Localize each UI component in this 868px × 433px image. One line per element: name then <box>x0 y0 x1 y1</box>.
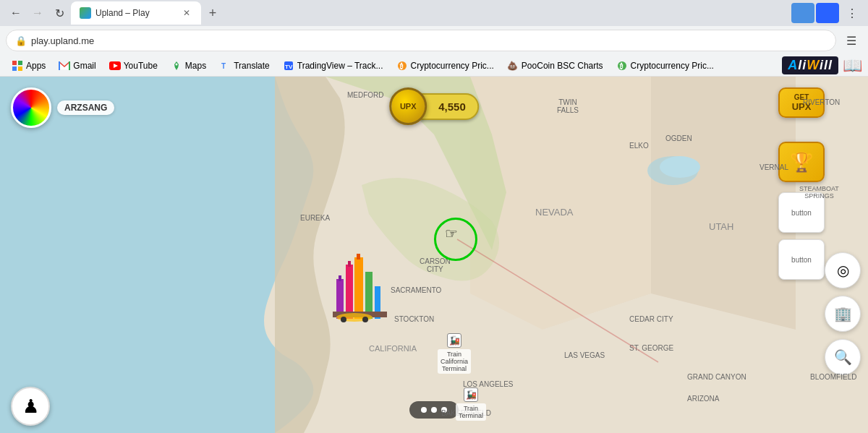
button-panel-1[interactable]: button <box>778 192 825 233</box>
youtube-icon <box>109 60 121 72</box>
upx-value: 4,550 <box>420 93 479 120</box>
svg-text:T: T <box>221 62 226 70</box>
search-map-icon: 🔍 <box>834 348 852 366</box>
right-panel: ◎ 🏢 🔍 <box>825 252 861 375</box>
search-button[interactable]: 🔍 <box>825 339 861 375</box>
bookmark-translate-label: Translate <box>234 61 270 71</box>
target-circle[interactable] <box>434 218 477 261</box>
bookmark-poocoil-label: PooCoin BSC Charts <box>522 61 603 71</box>
aliwill-area: AliWill 📖 <box>782 56 862 75</box>
poocoil-icon: 💩 <box>507 60 519 72</box>
dot-1 <box>421 407 427 413</box>
building-button[interactable]: 🏢 <box>825 296 861 332</box>
crypto2-icon: ₿ <box>616 60 628 72</box>
tab-label: Upland – Play <box>95 8 150 18</box>
translate-icon: T <box>219 60 231 72</box>
bookmark-crypto2[interactable]: ₿ Cryptocurrency Pric... <box>610 57 720 74</box>
gmail-icon <box>59 60 70 72</box>
svg-rect-25 <box>339 275 341 281</box>
tab-bar: ← → ↻ Upland – Play ✕ + ⋮ <box>0 0 868 26</box>
bottom-dots-bar[interactable] <box>409 401 459 419</box>
bookmark-tradingview[interactable]: TV TradingView – Track... <box>277 57 389 74</box>
username-badge: ARZSANG <box>57 100 114 115</box>
extension-icon-1[interactable] <box>791 3 814 23</box>
svg-rect-21 <box>346 265 353 319</box>
button-panel-2[interactable]: button <box>778 239 825 280</box>
bookmarks-bar: Apps Gmail YouTube <box>0 55 868 77</box>
bookmark-crypto1[interactable]: ₿ Cryptocurrency Pric... <box>391 57 500 74</box>
profile-button[interactable]: ☰ <box>841 30 862 51</box>
upx-badge: UPX 4,550 <box>389 87 479 125</box>
bookmark-gmail[interactable]: Gmail <box>53 57 101 74</box>
svg-point-18 <box>660 156 700 178</box>
upx-coin: UPX <box>389 87 427 125</box>
chrome-menu-button[interactable]: ⋮ <box>842 3 862 23</box>
svg-rect-22 <box>354 257 363 319</box>
trophy-icon: 🏆 <box>790 151 813 173</box>
get-upx-label-line2: UPX <box>783 101 820 112</box>
get-upx-button[interactable]: GET UPX <box>778 87 825 118</box>
svg-point-31 <box>362 317 368 322</box>
train-icon-2: 🚂 <box>464 387 478 402</box>
tab-favicon <box>80 7 91 19</box>
bookmark-crypto1-label: Cryptocurrency Pric... <box>411 61 494 71</box>
svg-rect-27 <box>357 254 360 260</box>
train-label-1: TrainCaliforniaTerminal <box>438 349 471 374</box>
bookmark-translate[interactable]: T Translate <box>213 57 276 74</box>
browser-header: ← → ↻ Upland – Play ✕ + ⋮ 🔒 play.upland.… <box>0 0 868 77</box>
svg-text:TV: TV <box>285 64 293 70</box>
building-icon: 🏢 <box>834 305 852 322</box>
bookmark-apps-label: Apps <box>26 61 46 71</box>
maps-icon <box>171 60 182 72</box>
svg-rect-2 <box>12 67 17 71</box>
train-terminal-1[interactable]: 🚂 TrainCaliforniaTerminal <box>438 333 471 374</box>
map-container: MEDFORD EUREKA TWINFALLS ELKO VERNAL NEV… <box>0 77 868 433</box>
bookmark-maps-label: Maps <box>185 61 206 71</box>
url-text: play.upland.me <box>31 35 94 46</box>
button-label-2: button <box>791 256 812 264</box>
bookmark-youtube-label: YouTube <box>124 61 158 71</box>
forward-button[interactable]: → <box>27 3 48 23</box>
svg-rect-0 <box>12 61 17 65</box>
train-terminal-2[interactable]: 🚂 TrainTerminal <box>456 387 486 421</box>
map-svg <box>0 77 868 433</box>
bookmark-youtube[interactable]: YouTube <box>103 57 163 74</box>
tab-close-button[interactable]: ✕ <box>181 7 192 19</box>
chess-icon: ♟ <box>22 395 39 418</box>
chess-button[interactable]: ♟ <box>11 387 50 426</box>
reload-button[interactable]: ↻ <box>49 3 69 23</box>
bookmark-crypto2-label: Cryptocurrency Pric... <box>631 61 714 71</box>
bookmark-tradingview-label: TradingView – Track... <box>297 61 383 71</box>
active-tab[interactable]: Upland – Play ✕ <box>71 1 201 25</box>
svg-rect-5 <box>69 61 70 70</box>
back-button[interactable]: ← <box>6 3 26 23</box>
dot-2 <box>431 407 437 413</box>
svg-rect-4 <box>59 61 60 70</box>
svg-rect-3 <box>18 67 22 71</box>
dot-3 <box>441 407 447 413</box>
bookmark-maps[interactable]: Maps <box>165 57 212 74</box>
user-avatar-area: ARZSANG <box>11 87 114 128</box>
bookmark-gmail-label: Gmail <box>73 61 95 71</box>
new-tab-button[interactable]: + <box>203 3 223 23</box>
svg-rect-1 <box>18 61 22 65</box>
book-icon: 📖 <box>843 56 862 75</box>
aliwill-logo: AliWill <box>782 56 838 74</box>
city-buildings[interactable] <box>333 250 391 329</box>
extension-icon-2[interactable] <box>816 3 839 23</box>
location-button[interactable]: ◎ <box>825 252 861 288</box>
location-icon: ◎ <box>837 262 849 279</box>
address-bar: 🔒 play.upland.me ☰ <box>0 26 868 55</box>
svg-point-8 <box>175 63 177 65</box>
trophy-button[interactable]: 🏆 <box>778 142 825 182</box>
train-label-2: TrainTerminal <box>456 403 486 421</box>
avatar-circle[interactable] <box>11 87 51 128</box>
get-upx-label-line1: GET <box>783 93 820 101</box>
bookmark-poocoil[interactable]: 💩 PooCoin BSC Charts <box>501 57 609 74</box>
lock-icon: 🔒 <box>15 35 27 46</box>
bookmark-apps[interactable]: Apps <box>6 57 51 74</box>
url-field[interactable]: 🔒 play.upland.me <box>6 30 836 51</box>
svg-point-30 <box>341 317 346 322</box>
svg-rect-26 <box>348 261 351 267</box>
train-icon-1: 🚂 <box>447 333 461 348</box>
